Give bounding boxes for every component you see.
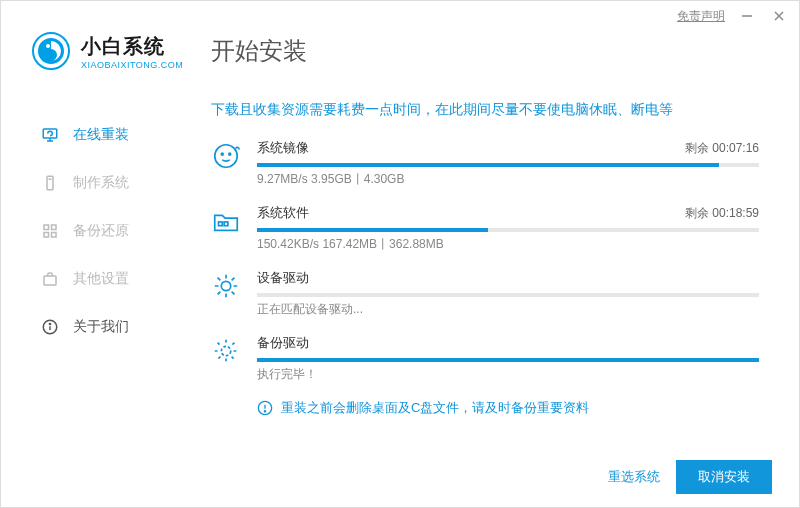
content-area: 下载且收集资源需要耗费一点时间，在此期间尽量不要使电脑休眠、断电等 系统镜像 剩…	[181, 81, 799, 481]
nav-make-system[interactable]: 制作系统	[41, 159, 181, 207]
svg-point-23	[221, 281, 230, 290]
grid-icon	[41, 222, 59, 240]
task-remain: 剩余 00:07:16	[685, 140, 759, 157]
nav-label: 制作系统	[73, 174, 129, 192]
warning-icon	[257, 400, 273, 416]
nav-other-settings[interactable]: 其他设置	[41, 255, 181, 303]
svg-rect-12	[44, 233, 49, 238]
folder-grid-icon	[211, 206, 241, 236]
warning-row: 重装之前会删除桌面及C盘文件，请及时备份重要资料	[257, 399, 759, 417]
footer: 重选系统 取消安装	[608, 460, 772, 494]
task-device-driver: 设备驱动 正在匹配设备驱动...	[211, 269, 759, 318]
cancel-install-button[interactable]: 取消安装	[676, 460, 772, 494]
task-detail: 150.42KB/s 167.42MB丨362.88MB	[257, 236, 759, 253]
top-hint: 下载且收集资源需要耗费一点时间，在此期间尽量不要使电脑休眠、断电等	[211, 101, 759, 119]
task-system-software: 系统软件 剩余 00:18:59 150.42KB/s 167.42MB丨362…	[211, 204, 759, 253]
progress-bar	[257, 293, 759, 297]
task-title: 系统镜像	[257, 139, 309, 157]
svg-rect-13	[52, 233, 57, 238]
progress-bar	[257, 228, 759, 232]
logo-icon	[31, 31, 71, 71]
sidebar: 在线重装 制作系统 备份还原 其他设置 关于我们	[1, 81, 181, 481]
gear-dotted-icon	[211, 336, 241, 366]
svg-point-17	[49, 323, 50, 324]
reselect-system-link[interactable]: 重选系统	[608, 468, 660, 486]
svg-point-27	[264, 411, 265, 412]
task-detail: 执行完毕！	[257, 366, 759, 383]
task-title: 设备驱动	[257, 269, 309, 287]
svg-point-19	[221, 153, 223, 155]
svg-rect-11	[52, 225, 57, 230]
page-title: 开始安装	[211, 35, 307, 67]
briefcase-icon	[41, 270, 59, 288]
svg-rect-6	[43, 129, 57, 138]
monitor-reload-icon	[41, 126, 59, 144]
progress-bar	[257, 163, 759, 167]
nav-label: 关于我们	[73, 318, 129, 336]
task-backup-driver: 备份驱动 执行完毕！	[211, 334, 759, 383]
nav-backup-restore[interactable]: 备份还原	[41, 207, 181, 255]
task-remain: 剩余 00:18:59	[685, 205, 759, 222]
nav-label: 在线重装	[73, 126, 129, 144]
svg-point-5	[46, 44, 50, 48]
nav-label: 备份还原	[73, 222, 129, 240]
task-detail: 9.27MB/s 3.95GB丨4.30GB	[257, 171, 759, 188]
info-icon	[41, 318, 59, 336]
warning-text: 重装之前会删除桌面及C盘文件，请及时备份重要资料	[281, 399, 589, 417]
close-button[interactable]	[769, 6, 789, 26]
usb-icon	[41, 174, 59, 192]
svg-point-20	[229, 153, 231, 155]
svg-rect-22	[224, 222, 228, 226]
titlebar: 免责声明	[1, 1, 799, 31]
task-system-image: 系统镜像 剩余 00:07:16 9.27MB/s 3.95GB丨4.30GB	[211, 139, 759, 188]
header: 小白系统 XIAOBAIXITONG.COM 开始安装	[1, 31, 799, 81]
svg-rect-21	[219, 222, 223, 226]
svg-rect-10	[44, 225, 49, 230]
minimize-button[interactable]	[737, 6, 757, 26]
svg-point-24	[221, 346, 230, 355]
face-icon	[211, 141, 241, 171]
svg-rect-14	[44, 276, 56, 285]
svg-rect-7	[47, 176, 53, 190]
brand-title: 小白系统	[81, 33, 183, 60]
nav-label: 其他设置	[73, 270, 129, 288]
task-title: 备份驱动	[257, 334, 309, 352]
brand-subtitle: XIAOBAIXITONG.COM	[81, 60, 183, 70]
nav-online-reinstall[interactable]: 在线重装	[41, 111, 181, 159]
task-detail: 正在匹配设备驱动...	[257, 301, 759, 318]
svg-point-18	[215, 145, 238, 168]
task-title: 系统软件	[257, 204, 309, 222]
disclaimer-link[interactable]: 免责声明	[677, 8, 725, 25]
gear-icon	[211, 271, 241, 301]
progress-bar	[257, 358, 759, 362]
nav-about-us[interactable]: 关于我们	[41, 303, 181, 351]
logo: 小白系统 XIAOBAIXITONG.COM	[31, 31, 201, 71]
